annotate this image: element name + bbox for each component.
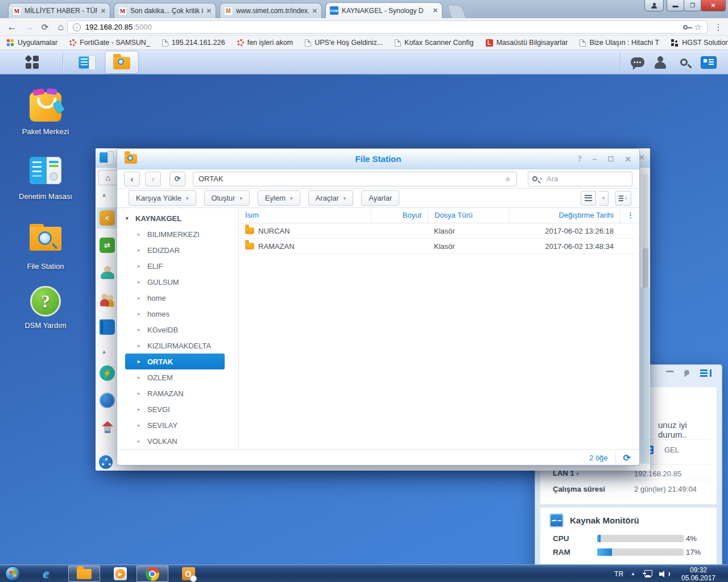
- volume-tray-icon[interactable]: [659, 570, 667, 578]
- taskbar-outlook-button[interactable]: O: [174, 566, 202, 582]
- expand-arrow-icon[interactable]: ▸: [138, 438, 142, 444]
- taskbar-wmp-button[interactable]: ▶: [106, 566, 134, 582]
- back-button[interactable]: ←: [5, 18, 19, 36]
- column-header-size[interactable]: Boyut: [371, 208, 428, 223]
- expand-arrow-icon[interactable]: ▸: [138, 359, 142, 364]
- control-panel-home-button[interactable]: ⌂: [98, 170, 117, 185]
- browser-tab-3[interactable]: M www.simet.com.tr/index... ✕: [220, 3, 322, 18]
- browser-tab-1[interactable]: M MİLLİYET HABER - TÜRKİ ✕: [8, 3, 110, 18]
- dsm-user-button[interactable]: [650, 50, 671, 74]
- column-header-name[interactable]: İsim: [239, 208, 371, 223]
- tab-close-icon[interactable]: ✕: [101, 7, 106, 15]
- tree-item[interactable]: ▸EDIZDAR: [117, 242, 238, 258]
- desktop-icon-paket-merkezi[interactable]: Paket Merkezi: [18, 90, 73, 136]
- address-bar[interactable]: i 192.168.20.85:5000 ☆: [67, 20, 708, 34]
- user-group-icon[interactable]: [100, 292, 115, 307]
- file-station-titlebar[interactable]: File Station ? – ☐ ✕: [117, 149, 639, 169]
- expand-arrow-icon[interactable]: ▸: [138, 327, 142, 332]
- bookmark-item[interactable]: FortiGate - SAMSUN_: [69, 39, 150, 47]
- minimize-icon[interactable]: –: [593, 155, 597, 164]
- tree-item[interactable]: ▸GULSUM: [117, 274, 238, 290]
- tree-item-selected-ortak[interactable]: ▸ORTAK: [125, 354, 225, 369]
- bookmark-item[interactable]: UPS'e Hoş Geldiniz...: [305, 39, 383, 47]
- external-access-icon[interactable]: [100, 393, 115, 408]
- new-tab-button[interactable]: [448, 5, 466, 18]
- tree-item[interactable]: ▸BILIMMERKEZI: [117, 226, 238, 242]
- refresh-icon[interactable]: ⟳: [623, 452, 631, 463]
- show-hidden-icons-chevron[interactable]: ▲: [631, 571, 635, 576]
- expand-arrow-icon[interactable]: ▸: [138, 311, 142, 317]
- taskbar-chrome-button[interactable]: [136, 566, 168, 582]
- bookmark-item[interactable]: fen işleri akom: [237, 39, 293, 47]
- tree-item[interactable]: ▸OZLEM: [117, 369, 238, 385]
- network-tray-icon[interactable]: [643, 570, 652, 578]
- upload-button[interactable]: Karşıya Yükle▾: [129, 190, 196, 206]
- dsm-widgets-button[interactable]: [697, 50, 720, 74]
- dsm-file-station-task-button[interactable]: [106, 52, 138, 73]
- bookmark-item[interactable]: Bize Ulaşın : Hitachi T: [580, 39, 659, 47]
- tab-close-icon[interactable]: ✕: [433, 7, 438, 14]
- taskbar-explorer-button[interactable]: [68, 566, 100, 582]
- home-button[interactable]: ⌂: [53, 18, 68, 36]
- sort-button[interactable]: [615, 191, 631, 206]
- close-icon[interactable]: ✕: [624, 155, 631, 164]
- maximize-icon[interactable]: ☐: [608, 155, 614, 163]
- chevron-down-icon[interactable]: ▾: [540, 176, 542, 181]
- column-header-type[interactable]: Dosya Türü: [428, 208, 509, 223]
- expand-arrow-icon[interactable]: ▸: [138, 295, 142, 301]
- window-restore-button[interactable]: ❐: [684, 0, 701, 11]
- forward-button[interactable]: →: [22, 18, 36, 36]
- tree-item[interactable]: ▸SEVGI: [117, 401, 238, 417]
- tab-close-icon[interactable]: ✕: [206, 7, 212, 15]
- desktop-icon-denetim-masasi[interactable]: Denetim Masası: [18, 154, 73, 201]
- tree-item[interactable]: ▸VOLKAN: [117, 433, 238, 449]
- search-field[interactable]: ▾ Ara: [528, 172, 632, 186]
- tab-close-icon[interactable]: ✕: [312, 7, 317, 15]
- bookmark-item[interactable]: 195.214.161.226: [162, 39, 225, 47]
- favorite-star-icon[interactable]: ★: [504, 174, 511, 184]
- action-button[interactable]: Eylem▾: [258, 190, 300, 206]
- bookmark-item[interactable]: LMasaüstü Bilgisayarlar: [486, 39, 568, 47]
- widget-pin-icon[interactable]: [683, 369, 692, 378]
- section-collapse-icon[interactable]: ▲: [101, 192, 107, 198]
- widget-layout-icon[interactable]: [700, 369, 712, 378]
- expand-arrow-icon[interactable]: ▸: [138, 279, 142, 285]
- taskbar-ie-button[interactable]: e: [32, 566, 60, 582]
- bookmark-item[interactable]: Kofax Scanner Config: [395, 39, 474, 47]
- reload-button[interactable]: ⟳: [38, 18, 52, 36]
- column-header-modified[interactable]: Değiştirme Tarihi: [509, 208, 620, 223]
- desktop-icon-dsm-yardim[interactable]: ? DSM Yardım: [18, 286, 73, 330]
- help-icon[interactable]: ?: [578, 155, 582, 164]
- path-field[interactable]: ORTAK ★: [193, 172, 517, 186]
- file-row-ramazan[interactable]: RAMAZAN Klasör 2017-06-02 13:48:34: [239, 239, 639, 254]
- tree-item[interactable]: ▸KGveIDB: [117, 322, 238, 338]
- expand-arrow-icon[interactable]: ▸: [138, 263, 142, 269]
- browser-tab-4-active[interactable]: DSM KAYNAKGEL - Synology D ✕: [325, 2, 442, 18]
- shared-folder-icon[interactable]: <: [100, 210, 115, 226]
- expand-arrow-icon[interactable]: ▸: [138, 343, 142, 348]
- network-icon[interactable]: [100, 420, 115, 435]
- tree-item[interactable]: ▸SEVILAY: [117, 417, 238, 433]
- dsm-control-panel-task-button[interactable]: [69, 52, 102, 73]
- dsm-search-button[interactable]: [673, 50, 694, 74]
- dsm-notifications-button[interactable]: [626, 50, 649, 74]
- tree-item[interactable]: ▸KIZILIRMAKDELTA: [117, 338, 238, 354]
- view-mode-button[interactable]: [581, 191, 596, 206]
- back-button[interactable]: ‹: [124, 172, 140, 186]
- bookmark-star-icon[interactable]: ☆: [694, 22, 702, 32]
- browser-menu-icon[interactable]: ⋮: [712, 18, 725, 36]
- user-icon[interactable]: [100, 265, 115, 280]
- expand-arrow-icon[interactable]: ▸: [138, 247, 142, 253]
- expand-arrow-icon[interactable]: ▸: [138, 375, 142, 380]
- browser-profile-button[interactable]: [644, 0, 664, 11]
- bookmark-item[interactable]: HGST Solutions | Hard: [671, 39, 728, 47]
- tree-root-kaynakgel[interactable]: ▾KAYNAKGEL: [117, 210, 238, 226]
- settings-button[interactable]: Ayarlar: [361, 190, 399, 206]
- section-collapse-icon[interactable]: ▲: [101, 348, 107, 355]
- tools-button[interactable]: Araçlar▾: [308, 190, 354, 206]
- browser-tab-2[interactable]: M Son dakika... Çok kritik is ✕: [114, 3, 216, 18]
- bookmark-apps[interactable]: Uygulamalar: [7, 39, 57, 47]
- file-row-nurcan[interactable]: NURCAN Klasör 2017-06-02 13:26:18: [239, 223, 639, 239]
- page-info-icon[interactable]: i: [73, 23, 81, 31]
- widget-minimize-icon[interactable]: [666, 371, 674, 372]
